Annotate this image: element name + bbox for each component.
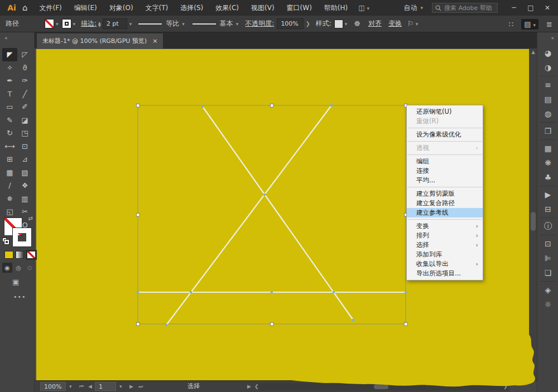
- stroke-white-swatch[interactable]: [13, 228, 31, 246]
- menubar-item-对象[interactable]: 对象(O): [103, 0, 140, 16]
- menubar-item-视图[interactable]: 视图(V): [245, 0, 281, 16]
- context-menu-item[interactable]: 添加到库: [407, 250, 483, 259]
- opacity-link[interactable]: 不透明度:: [245, 19, 274, 28]
- previous-artboard-icon[interactable]: ◀: [88, 382, 92, 391]
- blend-tool[interactable]: ❖: [17, 179, 32, 192]
- draw-behind-icon[interactable]: ◎: [13, 263, 23, 273]
- draw-normal-icon[interactable]: ◉: [2, 263, 12, 273]
- magic-wand-tool[interactable]: ✧: [2, 61, 17, 75]
- menubar-item-帮助[interactable]: 帮助(H): [318, 0, 354, 16]
- context-menu-item[interactable]: 设为像素级优化: [407, 130, 483, 139]
- transparency-panel-icon[interactable]: ◍: [537, 107, 558, 121]
- line-segment-tool[interactable]: ╱: [17, 88, 32, 101]
- pen-tool[interactable]: ✒: [2, 74, 17, 88]
- symbol-sprayer-tool[interactable]: ✵: [2, 192, 17, 206]
- collapse-tools-icon[interactable]: «: [4, 35, 8, 41]
- select-similar-icon[interactable]: ⚐: [407, 20, 414, 28]
- chevron-down-icon[interactable]: ▾: [182, 21, 185, 27]
- type-tool[interactable]: T: [2, 88, 17, 101]
- maximize-button[interactable]: □: [522, 0, 539, 16]
- menubar-item-效果[interactable]: 效果(C): [209, 0, 245, 16]
- eraser-tool[interactable]: ◪: [17, 114, 32, 127]
- horizontal-scrollbar[interactable]: [259, 383, 508, 390]
- chevron-down-icon[interactable]: ▾: [56, 21, 59, 27]
- gradient-button[interactable]: [16, 251, 25, 259]
- scroll-right-icon[interactable]: ❯: [503, 382, 508, 391]
- fill-color-swatch[interactable]: [45, 19, 54, 28]
- first-artboard-icon[interactable]: ⏮: [79, 382, 84, 391]
- edit-toolbar-icon[interactable]: •••: [13, 293, 26, 301]
- rotate-tool[interactable]: ↻: [2, 127, 17, 140]
- default-fill-stroke-icon[interactable]: [2, 238, 9, 244]
- menubar-item-编辑[interactable]: 编辑(E): [68, 0, 103, 16]
- artboard-dropdown-icon[interactable]: ▾: [119, 382, 122, 391]
- context-menu-item[interactable]: 排列›: [407, 231, 483, 240]
- curvature-tool[interactable]: ✑: [17, 74, 32, 88]
- chevron-down-icon[interactable]: ▾: [416, 21, 419, 27]
- actions-panel-icon[interactable]: ▶: [537, 187, 558, 202]
- stroke-panel-icon[interactable]: ≡: [537, 78, 558, 92]
- asset-export-panel-icon[interactable]: ☼: [537, 297, 558, 312]
- graph-tool[interactable]: ▥: [17, 192, 32, 206]
- none-button[interactable]: [27, 251, 36, 259]
- last-artboard-icon[interactable]: ⏭: [138, 382, 143, 391]
- vertical-scrollbar[interactable]: ▲: [530, 49, 537, 380]
- brushes-panel-icon[interactable]: ❋: [537, 156, 558, 170]
- menubar-item-文字[interactable]: 文字(T): [140, 0, 175, 16]
- arrange-documents-icon[interactable]: ∷: [509, 20, 513, 28]
- menubar-item-选择[interactable]: 选择(S): [174, 0, 209, 16]
- perspective-grid-tool[interactable]: ⊿: [17, 153, 32, 166]
- scale-tool[interactable]: ◳: [17, 127, 32, 140]
- align-panel-link[interactable]: 对齐: [368, 19, 382, 28]
- opacity-arrow-icon[interactable]: ❯: [305, 21, 310, 27]
- workspace-selector[interactable]: 自动 ▾: [403, 3, 423, 13]
- links-panel-icon[interactable]: ⊟: [537, 202, 558, 216]
- chevron-down-icon[interactable]: ▾: [345, 21, 348, 27]
- rectangle-tool[interactable]: ▭: [2, 100, 17, 114]
- eyedropper-tool[interactable]: ∕: [2, 179, 17, 192]
- zoom-dropdown-icon[interactable]: ▾: [69, 382, 72, 391]
- vertical-scroll-thumb[interactable]: [531, 212, 536, 231]
- scroll-up-icon[interactable]: ▲: [530, 50, 537, 55]
- color-button[interactable]: [4, 251, 13, 259]
- panel-menu-icon[interactable]: ≣: [546, 20, 552, 28]
- stroke-weight-stepper[interactable]: ▲▼: [98, 21, 101, 27]
- dock-panel-icon[interactable]: ▤ ▾: [521, 19, 538, 30]
- gradient-panel-icon[interactable]: ▤: [537, 92, 558, 107]
- layers-panel-icon[interactable]: ◈: [537, 283, 558, 297]
- close-button[interactable]: ✕: [539, 0, 556, 16]
- chevron-down-icon[interactable]: ▾: [236, 21, 239, 27]
- status-expand-icon[interactable]: ▶: [247, 382, 251, 391]
- context-menu-item[interactable]: 连接: [407, 166, 483, 176]
- artboards-panel-icon[interactable]: ❐: [537, 124, 558, 138]
- collapse-panels-icon[interactable]: «: [551, 35, 554, 41]
- gradient-tool[interactable]: ▧: [17, 166, 32, 180]
- free-transform-tool[interactable]: ⊡: [17, 140, 32, 153]
- screen-mode-icon[interactable]: ▣: [12, 278, 19, 286]
- context-menu-item[interactable]: 导出所选项目...: [407, 269, 483, 278]
- color-guide-panel-icon[interactable]: ◑: [537, 60, 558, 75]
- context-menu-item[interactable]: 还原钢笔(U): [407, 107, 483, 117]
- artboard-number-value[interactable]: 1: [95, 382, 116, 391]
- recolor-artwork-icon[interactable]: ☸: [354, 20, 360, 28]
- stroke-weight-value[interactable]: 2 pt: [103, 18, 127, 29]
- context-menu-item[interactable]: 变换›: [407, 221, 483, 231]
- horizontal-scroll-thumb[interactable]: [374, 384, 388, 389]
- align-panel-icon[interactable]: ⊫: [537, 251, 558, 265]
- search-input[interactable]: 搜索 Adobe 帮助: [432, 3, 498, 13]
- mesh-tool[interactable]: ▦: [2, 166, 17, 180]
- home-icon[interactable]: ⌂: [22, 3, 28, 13]
- info-panel-icon[interactable]: ⓘ: [537, 219, 558, 234]
- direct-selection-tool[interactable]: ◸: [17, 48, 32, 61]
- context-menu-item[interactable]: 选择›: [407, 240, 483, 250]
- scroll-left-icon[interactable]: ❮: [254, 382, 259, 391]
- stroke-panel-link[interactable]: 描边:: [81, 19, 97, 28]
- brush-definition-label[interactable]: 基本: [220, 19, 233, 28]
- context-menu-item[interactable]: 收集以导出›: [407, 259, 483, 269]
- menubar-item-文件[interactable]: 文件(F): [33, 0, 68, 16]
- layout-switcher-icon[interactable]: ◫ ▾: [358, 4, 369, 12]
- context-menu-item[interactable]: 建立复合路径: [407, 199, 483, 208]
- context-menu-item[interactable]: 平均...: [407, 176, 483, 185]
- stroke-color-swatch[interactable]: [62, 19, 71, 28]
- symbols-panel-icon[interactable]: ♣: [537, 170, 558, 185]
